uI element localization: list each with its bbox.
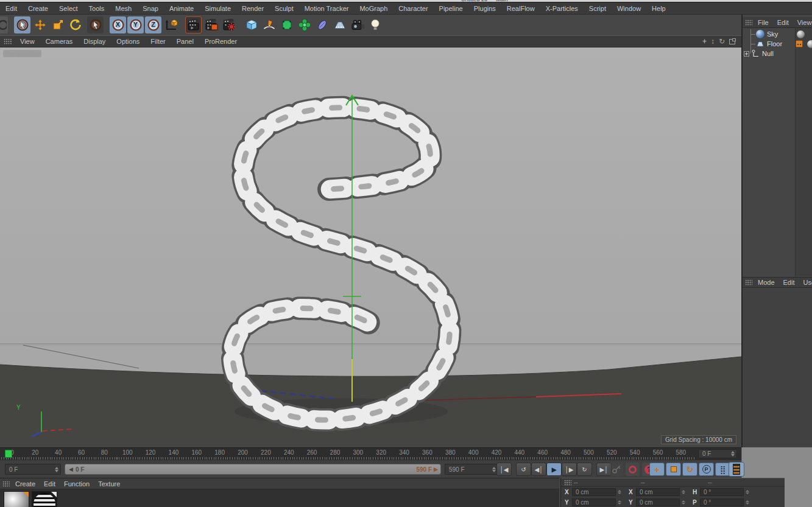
menubar-item[interactable]: Create: [23, 5, 54, 12]
object-name[interactable]: Floor: [767, 40, 782, 47]
expand-icon[interactable]: [744, 51, 749, 57]
menubar-item[interactable]: Mesh: [110, 5, 137, 12]
am-menu-mode[interactable]: Mode: [754, 279, 779, 286]
pen-spline-button[interactable]: [261, 16, 277, 33]
menubar-item[interactable]: Simulate: [199, 5, 236, 12]
stepper-icon[interactable]: [682, 490, 685, 494]
last-used-tool-button[interactable]: [87, 16, 104, 33]
menubar-item[interactable]: Animate: [164, 5, 199, 12]
om-menu-file[interactable]: File: [754, 19, 773, 26]
rotation-h-field[interactable]: 0 °: [700, 488, 744, 496]
size-y-field[interactable]: 0 cm: [636, 498, 680, 506]
frame-increment-dropdown[interactable]: 0 F: [698, 449, 737, 458]
menubar-item[interactable]: Window: [612, 5, 646, 12]
stepper-icon[interactable]: [55, 467, 60, 472]
stepper-icon[interactable]: [746, 490, 749, 494]
floor-compositing-tag[interactable]: [796, 40, 803, 47]
lock-y-axis-button[interactable]: Y: [127, 16, 144, 33]
panel-grip-icon[interactable]: [745, 279, 752, 285]
timeline-ruler[interactable]: 0204060801001201401601802002202402602803…: [0, 447, 741, 460]
floor-material-tag[interactable]: [807, 40, 812, 48]
play-loop-button[interactable]: ↻: [577, 463, 592, 476]
add-cube-primitive-button[interactable]: [243, 16, 259, 33]
preview-range-slider[interactable]: ◀ 0 F 590 F ▶: [65, 464, 441, 475]
om-menu-edit[interactable]: Edit: [773, 19, 793, 26]
record-rotation-toggle[interactable]: ↻: [682, 463, 697, 476]
sky-material-tag[interactable]: [797, 30, 805, 38]
mat-menu-texture[interactable]: Texture: [94, 480, 124, 488]
lock-z-axis-button[interactable]: Z: [145, 16, 161, 33]
stepper-icon[interactable]: [618, 490, 621, 494]
menubar-item[interactable]: Pipeline: [434, 5, 468, 12]
edit-render-settings-button[interactable]: [221, 16, 237, 33]
viewport-menu-display[interactable]: Display: [78, 38, 111, 45]
camera-button[interactable]: [349, 16, 365, 33]
record-position-toggle[interactable]: +: [649, 463, 665, 476]
toggle-view-icon[interactable]: [729, 39, 735, 44]
rotate-view-icon[interactable]: ↻: [719, 38, 725, 45]
coordinate-system-button[interactable]: [163, 16, 179, 33]
mat-menu-edit[interactable]: Edit: [40, 480, 60, 488]
render-view-button[interactable]: [185, 16, 202, 33]
menubar-item[interactable]: Sculpt: [269, 5, 299, 12]
subdivision-surface-button[interactable]: [278, 16, 295, 33]
current-frame-field[interactable]: 0 F: [5, 464, 61, 475]
live-selection-button[interactable]: [14, 16, 30, 33]
viewport-menu-view[interactable]: View: [15, 38, 40, 45]
play-forwards-button[interactable]: ▶: [546, 463, 562, 476]
om-menu-view[interactable]: View: [793, 19, 812, 26]
record-parameter-toggle[interactable]: P: [699, 463, 714, 476]
stepper-icon[interactable]: [746, 500, 749, 505]
scale-tool-button[interactable]: [49, 16, 66, 33]
viewport-menu-filter[interactable]: Filter: [145, 38, 171, 45]
floor-object-button[interactable]: [331, 16, 348, 33]
render-to-picture-viewer-button[interactable]: [203, 16, 219, 33]
stepper-icon[interactable]: [618, 500, 621, 505]
deformer-button[interactable]: [314, 16, 330, 33]
menubar-item[interactable]: Tools: [83, 5, 110, 12]
menubar-item[interactable]: Select: [54, 5, 83, 12]
lock-x-axis-button[interactable]: X: [110, 16, 126, 33]
menubar-item[interactable]: Render: [236, 5, 269, 12]
pan-view-icon[interactable]: +: [702, 38, 707, 45]
size-x-field[interactable]: 0 cm: [636, 488, 680, 496]
mograph-cloner-button[interactable]: [296, 16, 312, 33]
material-swatch-striped-sphere[interactable]: [32, 491, 57, 507]
menubar-item[interactable]: Snap: [137, 5, 164, 12]
menubar-item[interactable]: Plugins: [468, 5, 501, 12]
play-backwards-button[interactable]: ↺: [516, 463, 531, 476]
panel-grip-icon[interactable]: [564, 480, 571, 486]
end-frame-field[interactable]: 590 F: [445, 464, 498, 475]
menubar-item[interactable]: Motion Tracker: [299, 5, 355, 12]
menubar-item[interactable]: Character: [393, 5, 433, 12]
position-x-field[interactable]: 0 cm: [572, 488, 616, 496]
next-frame-button[interactable]: │▶: [562, 463, 577, 476]
material-swatch-gray-sphere[interactable]: [4, 491, 29, 507]
viewport-menu-cameras[interactable]: Cameras: [40, 38, 79, 45]
menubar-item[interactable]: X-Particles: [540, 5, 584, 12]
move-tool-button[interactable]: [32, 16, 48, 33]
mat-menu-function[interactable]: Function: [60, 480, 94, 488]
slider-right-arrow-icon[interactable]: ▶: [434, 466, 438, 472]
object-row-sky[interactable]: Sky: [743, 29, 795, 39]
record-active-objects-button[interactable]: [626, 463, 640, 476]
stepper-icon[interactable]: [682, 500, 685, 505]
panel-grip-icon[interactable]: [4, 38, 12, 44]
object-row-null[interactable]: Null: [743, 49, 795, 58]
menubar-item[interactable]: MoGraph: [354, 5, 393, 12]
keyframe-selection-button[interactable]: [609, 463, 623, 476]
am-menu-user-data[interactable]: User Data: [799, 279, 812, 286]
rotate-tool-button[interactable]: [67, 16, 83, 33]
goto-start-button[interactable]: │◀: [496, 463, 512, 476]
panel-grip-icon[interactable]: [2, 481, 10, 487]
menubar-item[interactable]: Edit: [0, 5, 23, 12]
menubar-item[interactable]: RealFlow: [501, 5, 540, 12]
panel-grip-icon[interactable]: [745, 19, 752, 26]
view-label[interactable]: Perspective: [3, 50, 41, 57]
light-button[interactable]: [367, 16, 383, 33]
slider-left-arrow-icon[interactable]: ◀: [65, 466, 76, 472]
viewport-menu-panel[interactable]: Panel: [171, 38, 199, 45]
object-name[interactable]: Null: [762, 50, 774, 57]
keyframe-presets-button[interactable]: [729, 462, 744, 477]
playhead-marker[interactable]: [5, 450, 12, 458]
